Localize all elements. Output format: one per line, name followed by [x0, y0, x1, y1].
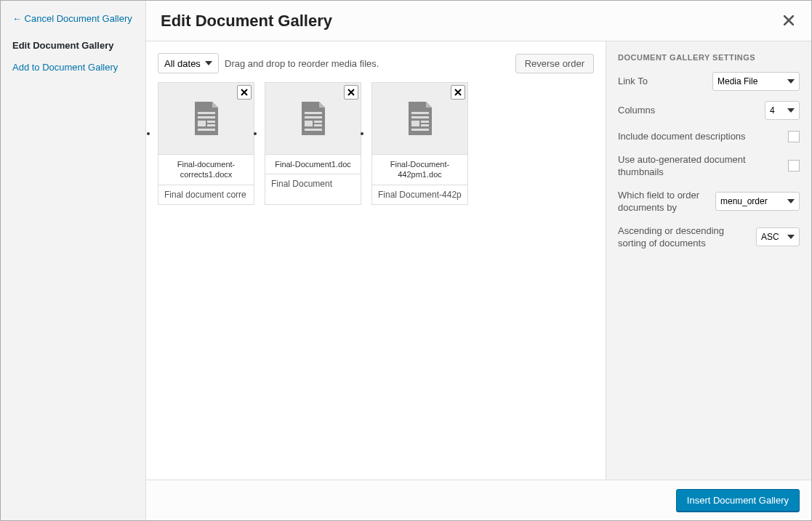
close-button[interactable] — [781, 9, 797, 32]
order-select[interactable]: ASC — [756, 227, 800, 246]
close-icon — [347, 89, 355, 96]
svg-rect-17 — [411, 129, 429, 131]
svg-rect-11 — [305, 129, 322, 131]
setting-order: Ascending or descending sorting of docum… — [618, 225, 800, 250]
add-to-gallery-link[interactable]: Add to Document Gallery — [12, 61, 134, 74]
insert-gallery-button[interactable]: Insert Document Gallery — [676, 489, 800, 512]
remove-attachment-button[interactable] — [344, 85, 358, 100]
document-icon — [406, 100, 435, 137]
attachment-item[interactable]: Final-document-corrects1.docx — [158, 82, 254, 205]
attachment-filename: Final-document-corrects1.docx — [158, 154, 254, 185]
frame-content: All dates Drag and drop to reorder media… — [146, 1, 811, 520]
svg-rect-8 — [305, 121, 313, 126]
attachment-caption-input[interactable] — [372, 185, 467, 204]
remove-attachment-button[interactable] — [451, 85, 465, 100]
svg-rect-12 — [411, 112, 429, 114]
setting-label: Include document descriptions — [618, 130, 782, 143]
attachment-filename: Final-Document1.doc — [265, 154, 361, 174]
frame-menu: ← Cancel Document Gallery Edit Document … — [1, 1, 146, 520]
svg-rect-14 — [411, 121, 419, 126]
close-icon — [241, 89, 248, 96]
setting-orderby: Which field to order documents by menu_o… — [618, 189, 800, 214]
svg-rect-0 — [198, 112, 215, 114]
content-row: All dates Drag and drop to reorder media… — [146, 41, 811, 480]
close-icon — [784, 15, 794, 25]
attachment-caption-input[interactable] — [158, 185, 254, 204]
attachment-item[interactable]: Final-Document-442pm1.doc — [371, 82, 468, 205]
setting-label: Link To — [618, 75, 707, 88]
svg-rect-6 — [305, 112, 322, 114]
thumbnails-checkbox[interactable] — [788, 160, 800, 171]
attachment-filename: Final-Document-442pm1.doc — [372, 154, 467, 185]
cancel-gallery-link[interactable]: ← Cancel Document Gallery — [12, 12, 134, 25]
gallery-settings-panel: DOCUMENT GALLERY SETTINGS Link To Media … — [606, 41, 811, 480]
modal-title: Edit Document Gallery — [161, 12, 781, 31]
attachment-caption-input[interactable] — [265, 174, 361, 193]
date-filter-select[interactable]: All dates — [158, 53, 219, 73]
svg-rect-4 — [207, 124, 215, 126]
setting-label: Columns — [618, 104, 759, 117]
svg-rect-15 — [421, 121, 429, 123]
remove-attachment-button[interactable] — [237, 85, 252, 100]
close-icon — [454, 89, 462, 96]
modal-header: Edit Document Gallery — [146, 1, 811, 41]
svg-rect-1 — [198, 116, 215, 118]
drag-instructions: Drag and drop to reorder media files. — [225, 58, 379, 69]
svg-rect-10 — [314, 124, 322, 126]
svg-rect-16 — [421, 124, 429, 126]
settings-heading: DOCUMENT GALLERY SETTINGS — [618, 53, 800, 62]
setting-label: Which field to order documents by — [618, 189, 710, 214]
setting-thumbnails: Use auto-generated document thumbnails — [618, 153, 800, 179]
orderby-select[interactable]: menu_order — [715, 192, 800, 211]
document-icon — [299, 100, 328, 137]
modal-body: ← Cancel Document Gallery Edit Document … — [1, 1, 811, 520]
media-modal: Edit Document Gallery ← Cancel Document … — [0, 0, 812, 521]
svg-rect-7 — [305, 116, 322, 118]
current-view-label: Edit Document Gallery — [12, 40, 134, 51]
modal-footer: Insert Document Gallery — [146, 480, 811, 520]
setting-label: Ascending or descending sorting of docum… — [618, 225, 750, 250]
svg-rect-2 — [198, 121, 206, 126]
setting-descriptions: Include document descriptions — [618, 130, 800, 143]
svg-rect-13 — [411, 116, 429, 118]
columns-select[interactable]: 4 — [765, 101, 800, 120]
document-icon — [192, 100, 221, 137]
attachment-preview[interactable] — [372, 83, 467, 154]
media-toolbar: All dates Drag and drop to reorder media… — [158, 53, 594, 73]
attachment-preview[interactable] — [158, 83, 254, 154]
setting-link-to: Link To Media File — [618, 72, 800, 91]
reverse-order-button[interactable]: Reverse order — [515, 54, 594, 73]
svg-rect-3 — [207, 121, 215, 123]
setting-label: Use auto-generated document thumbnails — [618, 153, 782, 179]
attachments-list[interactable]: Final-document-corrects1.docx Final-Docu… — [158, 82, 594, 205]
svg-rect-5 — [198, 129, 215, 131]
attachments-browser: All dates Drag and drop to reorder media… — [146, 41, 606, 480]
link-to-select[interactable]: Media File — [712, 72, 800, 91]
descriptions-checkbox[interactable] — [788, 131, 800, 142]
setting-columns: Columns 4 — [618, 101, 800, 120]
attachment-item[interactable]: Final-Document1.doc — [265, 82, 361, 205]
svg-rect-9 — [314, 121, 322, 123]
attachment-preview[interactable] — [265, 83, 361, 154]
